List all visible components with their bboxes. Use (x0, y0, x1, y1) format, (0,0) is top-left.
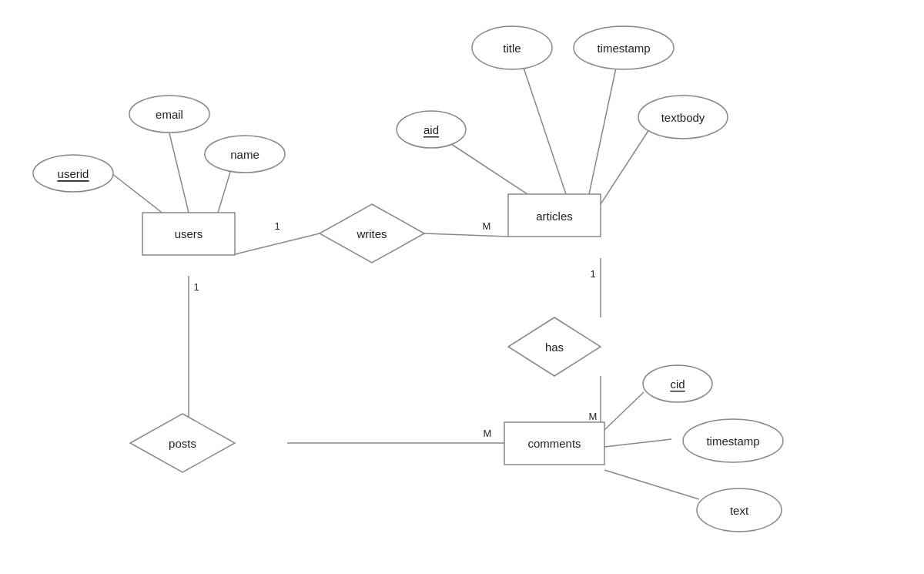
attr-cid-label: cid (670, 378, 685, 391)
relation-posts-label: posts (169, 437, 196, 450)
cardinality-has-1: 1 (590, 268, 595, 280)
line-name-users (218, 170, 231, 213)
relation-has-label: has (545, 341, 564, 354)
line-cid-comments (604, 392, 644, 430)
line-writes-articles (424, 233, 508, 237)
attr-title-label: title (503, 42, 521, 55)
attr-userid-label: userid (58, 167, 89, 180)
cardinality-writes-m: M (483, 220, 491, 232)
attr-email-label: email (156, 108, 183, 121)
line-timestamp-articles (589, 68, 616, 194)
cardinality-writes-1: 1 (274, 220, 280, 232)
attr-textbody-label: textbody (661, 111, 705, 124)
entity-articles-label: articles (536, 210, 573, 223)
entity-users-label: users (175, 227, 203, 240)
cardinality-posts-1: 1 (193, 281, 199, 293)
relation-writes-label: writes (356, 227, 387, 240)
line-timestamp-comments (604, 439, 671, 447)
er-diagram: 1 M 1 M 1 M userid email name aid title … (0, 0, 924, 574)
attr-text-label: text (730, 504, 749, 517)
line-title-articles (524, 68, 566, 194)
cardinality-posts-m: M (484, 428, 492, 439)
cardinality-has-m: M (589, 411, 598, 422)
line-textbody-articles (601, 127, 651, 204)
attr-timestamp-articles-label: timestamp (597, 42, 650, 55)
attr-aid-label: aid (424, 123, 439, 136)
line-text-comments (604, 470, 699, 499)
attr-timestamp-comments-label: timestamp (706, 435, 759, 448)
line-users-writes (235, 233, 320, 254)
line-email-users (169, 133, 189, 213)
attr-name-label: name (230, 148, 259, 161)
entity-comments-label: comments (527, 437, 581, 450)
